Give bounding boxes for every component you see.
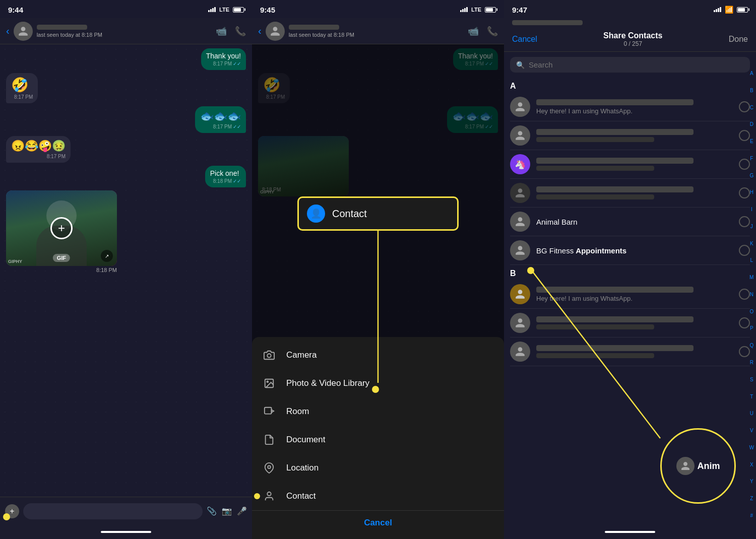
- alpha-w[interactable]: W: [749, 445, 754, 451]
- voice-call-icon-1[interactable]: 📞: [235, 26, 246, 37]
- emoji2-roll: 🤣: [263, 77, 281, 93]
- alpha-z[interactable]: Z: [749, 496, 754, 502]
- alpha-i[interactable]: I: [749, 207, 754, 213]
- gif-share-icon[interactable]: ↗: [101, 250, 113, 262]
- location-label: Location: [286, 463, 319, 473]
- contact-item-animal-barn[interactable]: Animal Barn: [510, 208, 750, 236]
- attach-document[interactable]: Document: [252, 426, 504, 454]
- alpha-j[interactable]: J: [749, 224, 754, 230]
- sticker-icon-1[interactable]: 📎: [207, 506, 217, 516]
- alpha-g[interactable]: G: [749, 173, 754, 179]
- contact-item-a1[interactable]: Hey there! I am using WhatsApp.: [510, 93, 750, 121]
- contact-status-b3-blur: [536, 353, 654, 358]
- contact-avatar-animal-barn: [510, 212, 530, 232]
- contact-item-b3[interactable]: [510, 338, 750, 366]
- share-cancel-button[interactable]: Cancel: [512, 35, 537, 44]
- alpha-p[interactable]: P: [749, 325, 754, 331]
- bc2-3: ✓✓: [485, 124, 493, 129]
- contact-info-a4: [536, 186, 733, 199]
- contact-radio-b3[interactable]: [739, 346, 750, 357]
- bubble-time-1: 8:17 PM: [213, 61, 232, 66]
- attach-photo[interactable]: Photo & Video Library: [252, 369, 504, 397]
- voice-call-icon-2[interactable]: 📞: [487, 26, 498, 37]
- share-done-button[interactable]: Done: [729, 35, 748, 44]
- mic-icon-1[interactable]: 🎤: [237, 506, 247, 516]
- contact-avatar-a4: [510, 183, 530, 203]
- video-call-icon-2[interactable]: 📹: [468, 26, 479, 37]
- alpha-q[interactable]: Q: [749, 343, 754, 349]
- chat-area-1: Thank you! 8:17 PM ✓✓ 🤣 8:17 PM: [0, 44, 252, 497]
- contact-item-a4[interactable]: [510, 179, 750, 208]
- contact-item-b1[interactable]: Hey there! I am using WhatsApp.: [510, 280, 750, 309]
- alpha-d[interactable]: D: [749, 121, 754, 127]
- alpha-o[interactable]: O: [749, 309, 754, 315]
- input-bar-1: + 📎 📷 🎤: [0, 497, 252, 525]
- attachment-plus-button[interactable]: +: [5, 504, 19, 518]
- alpha-a[interactable]: A: [749, 71, 754, 77]
- bubble-emoji-roll: 🤣 8:17 PM: [6, 73, 38, 103]
- section-b-header: B: [510, 265, 750, 280]
- contact-radio-a3[interactable]: [739, 159, 750, 170]
- msg2-thank-you: Thank you! 8:17 PM ✓✓: [258, 48, 498, 70]
- alpha-l[interactable]: L: [749, 257, 754, 263]
- gif-plus-button[interactable]: +: [50, 217, 73, 239]
- contact-radio-animal-barn[interactable]: [739, 216, 750, 227]
- alpha-f[interactable]: F: [749, 156, 754, 162]
- alpha-hash[interactable]: #: [749, 513, 754, 519]
- contact-radio-bg-fitness[interactable]: [739, 245, 750, 256]
- alpha-k[interactable]: K: [749, 241, 754, 247]
- camera-icon-1[interactable]: 📷: [222, 506, 232, 516]
- bf2-3: 8:17 PM ✓✓: [452, 124, 493, 129]
- contact-radio-a2[interactable]: [739, 130, 750, 141]
- bt2-1: 8:17 PM: [465, 61, 484, 66]
- contact-item-a2[interactable]: [510, 121, 750, 150]
- alphabet-index: A B C D E F G H I J K L M N O P Q R S T …: [749, 71, 754, 519]
- home-indicator-1: [0, 525, 252, 539]
- contact-item-b2[interactable]: [510, 309, 750, 338]
- alpha-n[interactable]: N: [749, 292, 754, 298]
- contact-radio-a1[interactable]: [739, 101, 750, 112]
- alpha-x[interactable]: X: [749, 462, 754, 468]
- gif-preview-2: GIPHY 8:18 PM: [258, 136, 349, 196]
- emoji-roll: 🤣: [11, 77, 29, 93]
- alpha-t[interactable]: T: [749, 394, 754, 400]
- alpha-h[interactable]: H: [749, 189, 754, 195]
- status-time-2: 9:45: [260, 6, 275, 14]
- alpha-c[interactable]: C: [749, 105, 754, 111]
- back-button-2[interactable]: ‹: [258, 25, 262, 37]
- contact-radio-a4[interactable]: [739, 187, 750, 198]
- alpha-u[interactable]: U: [749, 411, 754, 417]
- contact-item-a3[interactable]: 🦄: [510, 150, 750, 179]
- search-input[interactable]: [529, 60, 744, 69]
- alpha-y[interactable]: Y: [749, 479, 754, 485]
- alpha-b[interactable]: B: [749, 88, 754, 94]
- attach-location[interactable]: Location: [252, 454, 504, 482]
- message-input-1[interactable]: [23, 503, 203, 519]
- bubble-faces: 😠😂🤪🤢 8:17 PM: [6, 136, 71, 163]
- annotation-dot-p2-top: [372, 386, 379, 393]
- alpha-r[interactable]: R: [749, 360, 754, 366]
- share-title-block: Share Contacts 0 / 257: [603, 31, 662, 47]
- emoji2-fish: 🐟🐟🐟: [452, 110, 493, 122]
- alpha-e[interactable]: E: [749, 139, 754, 145]
- bf2-2: 8:17 PM: [263, 94, 285, 100]
- contact-status-b2-blur: [536, 324, 654, 329]
- contact-item-bg-fitness[interactable]: BG Fitness Appointments: [510, 236, 750, 265]
- video-call-icon-1[interactable]: 📹: [216, 26, 227, 37]
- back-button-1[interactable]: ‹: [6, 25, 10, 37]
- attach-contact[interactable]: Contact: [252, 482, 504, 510]
- nav-status-1: last seen today at 8:18 PM: [37, 32, 216, 38]
- attach-camera[interactable]: Camera: [252, 341, 504, 369]
- alpha-m[interactable]: M: [749, 275, 754, 281]
- status-bar-1: 9:44 LTE: [0, 0, 252, 18]
- contact-radio-b2[interactable]: [739, 317, 750, 328]
- gif-time: 8:18 PM: [96, 267, 117, 273]
- contact-radio-b1[interactable]: [739, 289, 750, 300]
- alpha-s[interactable]: S: [749, 377, 754, 383]
- search-bar[interactable]: 🔍: [510, 57, 750, 73]
- cancel-button-attach[interactable]: Cancel: [252, 510, 504, 535]
- contact-info-a1: Hey there! I am using WhatsApp.: [536, 99, 733, 115]
- alpha-v[interactable]: V: [749, 428, 754, 434]
- contact-name-animal-barn: Animal Barn: [536, 218, 733, 226]
- attach-room[interactable]: Room: [252, 397, 504, 426]
